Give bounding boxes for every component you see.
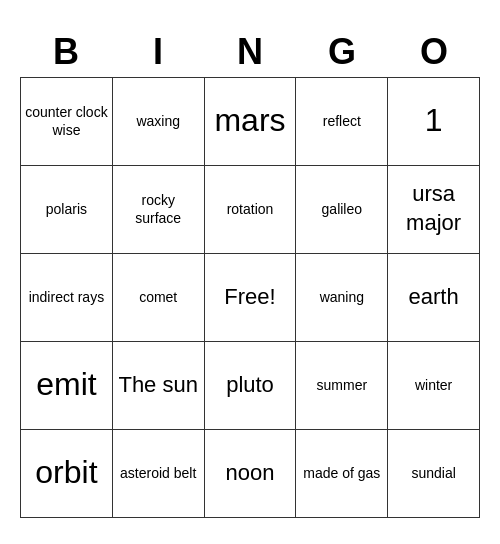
cell-label: galileo bbox=[322, 201, 362, 217]
cell-label: winter bbox=[415, 377, 452, 393]
table-row: counter clock wisewaxingmarsreflect1 bbox=[21, 77, 480, 165]
cell-label: Free! bbox=[224, 284, 275, 309]
header-letter: O bbox=[388, 27, 480, 77]
bingo-cell: waning bbox=[296, 253, 388, 341]
table-row: polarisrocky surfacerotationgalileoursa … bbox=[21, 165, 480, 253]
cell-label: asteroid belt bbox=[120, 465, 196, 481]
bingo-cell: Free! bbox=[204, 253, 296, 341]
header-letter: G bbox=[296, 27, 388, 77]
bingo-header: BINGO bbox=[20, 27, 480, 77]
bingo-cell: comet bbox=[112, 253, 204, 341]
cell-label: rotation bbox=[227, 201, 274, 217]
cell-label: earth bbox=[409, 284, 459, 309]
bingo-cell: summer bbox=[296, 341, 388, 429]
bingo-cell: waxing bbox=[112, 77, 204, 165]
cell-label: polaris bbox=[46, 201, 87, 217]
bingo-cell: sundial bbox=[388, 429, 480, 517]
cell-label: 1 bbox=[425, 102, 443, 138]
bingo-cell: The sun bbox=[112, 341, 204, 429]
bingo-cell: emit bbox=[21, 341, 113, 429]
bingo-cell: polaris bbox=[21, 165, 113, 253]
cell-label: emit bbox=[36, 366, 96, 402]
cell-label: reflect bbox=[323, 113, 361, 129]
bingo-cell: rotation bbox=[204, 165, 296, 253]
cell-label: pluto bbox=[226, 372, 274, 397]
bingo-cell: counter clock wise bbox=[21, 77, 113, 165]
bingo-cell: indirect rays bbox=[21, 253, 113, 341]
bingo-cell: pluto bbox=[204, 341, 296, 429]
bingo-cell: galileo bbox=[296, 165, 388, 253]
bingo-cell: made of gas bbox=[296, 429, 388, 517]
bingo-cell: winter bbox=[388, 341, 480, 429]
cell-label: mars bbox=[214, 102, 285, 138]
cell-label: counter clock wise bbox=[25, 104, 107, 138]
bingo-cell: reflect bbox=[296, 77, 388, 165]
cell-label: orbit bbox=[35, 454, 97, 490]
table-row: indirect rayscometFree!waningearth bbox=[21, 253, 480, 341]
cell-label: summer bbox=[317, 377, 368, 393]
cell-label: rocky surface bbox=[135, 192, 181, 226]
cell-label: noon bbox=[226, 460, 275, 485]
bingo-cell: ursa major bbox=[388, 165, 480, 253]
cell-label: comet bbox=[139, 289, 177, 305]
cell-label: The sun bbox=[118, 372, 198, 397]
bingo-cell: rocky surface bbox=[112, 165, 204, 253]
header-letter: I bbox=[112, 27, 204, 77]
header-letter: N bbox=[204, 27, 296, 77]
cell-label: made of gas bbox=[303, 465, 380, 481]
bingo-grid: counter clock wisewaxingmarsreflect1pola… bbox=[20, 77, 480, 518]
bingo-cell: 1 bbox=[388, 77, 480, 165]
bingo-cell: earth bbox=[388, 253, 480, 341]
cell-label: sundial bbox=[411, 465, 455, 481]
table-row: emitThe sunplutosummerwinter bbox=[21, 341, 480, 429]
bingo-cell: mars bbox=[204, 77, 296, 165]
bingo-cell: orbit bbox=[21, 429, 113, 517]
cell-label: waning bbox=[320, 289, 364, 305]
header-letter: B bbox=[20, 27, 112, 77]
table-row: orbitasteroid beltnoonmade of gassundial bbox=[21, 429, 480, 517]
bingo-cell: noon bbox=[204, 429, 296, 517]
cell-label: indirect rays bbox=[29, 289, 104, 305]
cell-label: waxing bbox=[136, 113, 180, 129]
bingo-cell: asteroid belt bbox=[112, 429, 204, 517]
cell-label: ursa major bbox=[406, 181, 461, 235]
